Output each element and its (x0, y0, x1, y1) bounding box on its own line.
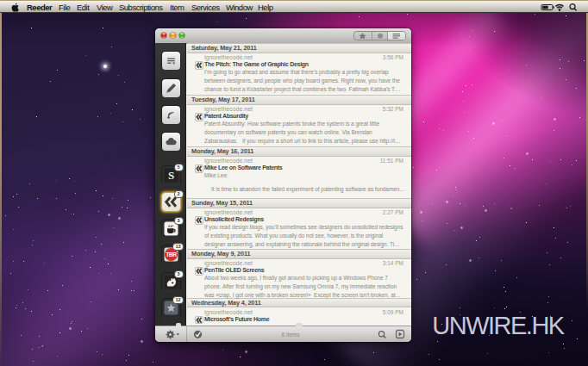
svg-text:TBR: TBR (166, 251, 178, 257)
svg-text:S: S (168, 169, 174, 182)
